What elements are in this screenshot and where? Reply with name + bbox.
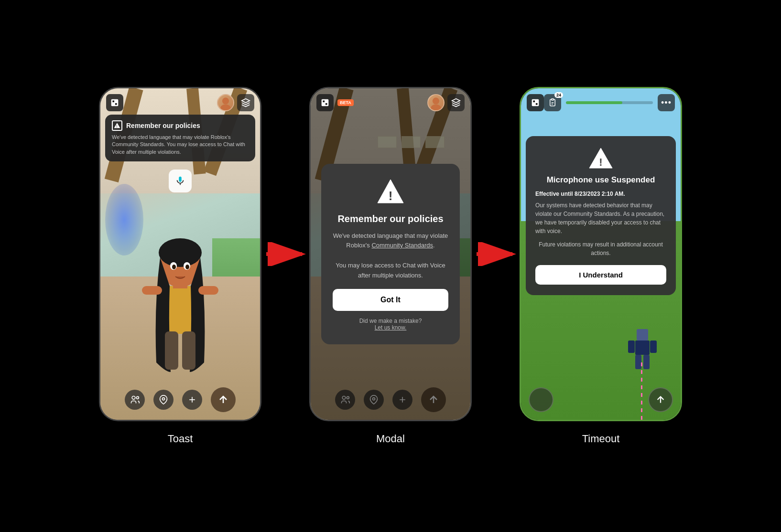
- add-nav-button-1[interactable]: [182, 390, 202, 410]
- svg-point-30: [433, 97, 439, 104]
- svg-rect-41: [637, 329, 648, 340]
- more-options-button[interactable]: •••: [658, 94, 675, 111]
- phone-1-frame: ! Remember our policies We've detected l…: [99, 87, 261, 421]
- toast-header: ! Remember our policies: [112, 120, 249, 131]
- notification-badge: 24: [554, 92, 563, 98]
- roblox-character: [628, 329, 657, 372]
- game-background-1: ! Remember our policies We've detected l…: [100, 88, 260, 420]
- mic-button[interactable]: [169, 170, 192, 192]
- svg-point-7: [185, 265, 189, 269]
- roblox-logo-button-3[interactable]: [527, 94, 544, 111]
- svg-rect-28: [323, 100, 325, 102]
- svg-rect-29: [325, 103, 327, 105]
- svg-point-31: [431, 105, 441, 111]
- svg-rect-49: [536, 103, 538, 105]
- modal-overlay: ! Remember our policies We've detected l…: [311, 88, 470, 420]
- arrow-2-container: [472, 242, 520, 290]
- roblox-logo-icon-1: [109, 97, 120, 108]
- svg-rect-10: [165, 331, 178, 370]
- modal-title: Remember our policies: [333, 213, 448, 224]
- roblox-logo-button-2[interactable]: [316, 94, 334, 111]
- people-nav-button-1[interactable]: [125, 390, 145, 410]
- location-nav-button-1[interactable]: [153, 390, 174, 410]
- jump-button[interactable]: [648, 387, 673, 412]
- modal-body-line2: You may lose access to Chat with Voice a…: [336, 262, 445, 279]
- svg-rect-46: [643, 355, 650, 369]
- more-icon: •••: [661, 98, 672, 108]
- phone-1-wrapper: ! Remember our policies We've detected l…: [99, 87, 261, 445]
- avatar-thumbnail-2[interactable]: [427, 94, 445, 111]
- beta-badge-2: BETA: [337, 99, 354, 106]
- toast-warning-icon: !: [112, 120, 122, 131]
- cube-icon-button-1[interactable]: [237, 94, 254, 111]
- modal-warning-icon: !: [376, 177, 405, 206]
- roblox-logo-button-1[interactable]: [106, 94, 123, 111]
- svg-rect-42: [635, 340, 650, 355]
- svg-rect-27: [322, 99, 329, 106]
- phone-1-label: Toast: [168, 433, 193, 445]
- phone-3-wrapper: 24 ••• !: [520, 87, 682, 445]
- modal-community-link[interactable]: Community Standards: [371, 242, 433, 249]
- svg-rect-14: [111, 99, 119, 106]
- timeout-effective: Effective until 8/23/2023 2:10 AM.: [535, 191, 666, 197]
- svg-point-3: [159, 238, 202, 267]
- toast-notification: ! Remember our policies We've detected l…: [105, 115, 255, 161]
- timeout-warning-icon: !: [535, 147, 666, 170]
- roblox-logo-icon-3: [530, 97, 541, 108]
- svg-point-21: [136, 396, 139, 399]
- svg-point-6: [172, 265, 176, 269]
- avatar-thumbnail-1[interactable]: [217, 94, 234, 111]
- timeout-title: Microphone use Suspended: [535, 175, 666, 185]
- modal-footer: Did we make a mistake? Let us know.: [333, 318, 448, 331]
- joystick-button[interactable]: [529, 387, 553, 412]
- let-us-know-link[interactable]: Let us know.: [375, 324, 407, 331]
- modal-body: We've detected language that may violate…: [333, 231, 448, 281]
- understand-button[interactable]: I Understand: [535, 265, 666, 285]
- modal-box: ! Remember our policies We've detected l…: [321, 164, 460, 345]
- avatar-container: [128, 210, 233, 391]
- svg-rect-15: [112, 100, 114, 102]
- toast-title: Remember our policies: [126, 122, 200, 129]
- phone-2-label: Modal: [376, 433, 405, 445]
- cube-icon-button-2[interactable]: [447, 94, 465, 111]
- svg-point-22: [163, 398, 165, 400]
- svg-rect-43: [628, 340, 635, 353]
- notification-icon-button[interactable]: 24: [544, 94, 561, 111]
- phone-2-wrapper: BETA: [309, 87, 472, 445]
- top-bar-1: [106, 94, 254, 111]
- svg-rect-9: [198, 286, 218, 295]
- game-background-3: 24 ••• !: [521, 88, 681, 420]
- roblox-logo-icon-2: [320, 97, 330, 108]
- svg-rect-12: [179, 177, 182, 182]
- svg-rect-50: [552, 99, 554, 100]
- toast-body: We've detected language that may violate…: [112, 134, 249, 156]
- top-bar-3: 24 •••: [527, 94, 675, 111]
- progress-bar-fill: [566, 101, 622, 104]
- timeout-body: Our systems have detected behavior that …: [535, 201, 666, 235]
- avatar-svg: [128, 210, 233, 391]
- svg-rect-16: [115, 103, 117, 105]
- arrow-1-container: [261, 242, 309, 290]
- svg-rect-47: [532, 99, 539, 106]
- top-right-icons-2: [427, 94, 465, 111]
- svg-point-18: [220, 105, 230, 111]
- svg-point-20: [132, 396, 135, 400]
- game-background-2: BETA: [311, 88, 470, 420]
- arrow-2-svg: [474, 242, 517, 266]
- phone-3-label: Timeout: [582, 433, 620, 445]
- modal-footer-line1: Did we make a mistake?: [359, 318, 422, 324]
- svg-point-17: [222, 97, 229, 104]
- phone-3-frame: 24 ••• !: [520, 87, 682, 421]
- phone-2-frame: BETA: [309, 87, 472, 421]
- up-nav-button-1[interactable]: [211, 387, 236, 412]
- svg-rect-48: [533, 100, 535, 102]
- arrow-1-svg: [264, 242, 307, 266]
- got-it-button[interactable]: Got It: [333, 289, 448, 311]
- svg-text:!: !: [116, 125, 117, 128]
- svg-text:!: !: [599, 156, 602, 168]
- svg-rect-11: [182, 331, 195, 370]
- timeout-body-2: Future violations may result in addition…: [535, 240, 666, 257]
- progress-bar: [566, 101, 653, 104]
- top-right-icons-1: [217, 94, 254, 111]
- svg-text:!: !: [389, 189, 393, 203]
